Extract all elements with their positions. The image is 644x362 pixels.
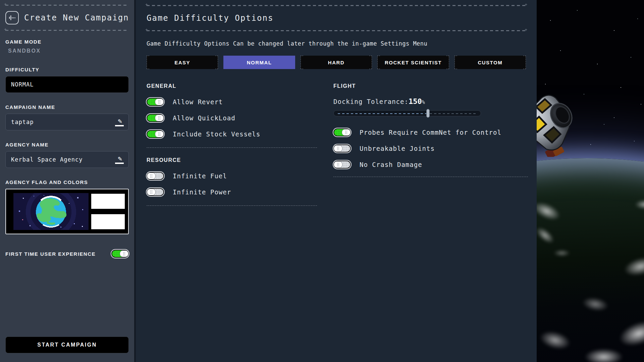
toggle-label: Infinite Power <box>173 188 231 196</box>
toggle-knob <box>155 115 164 121</box>
game-mode-label: GAME MODE <box>5 39 129 45</box>
toggle-row-no-crash-damage: No Crash Damage <box>333 160 528 169</box>
toggle-row-infinite-fuel: Infinite Fuel <box>147 171 317 181</box>
unbreakable-joints-toggle[interactable] <box>333 144 351 153</box>
infinite-fuel-toggle[interactable] <box>147 172 164 180</box>
allow-revert-toggle[interactable] <box>147 98 164 106</box>
docking-tolerance-value: 150 <box>409 97 422 106</box>
toggle-label: Allow Revert <box>173 98 223 106</box>
ftue-label: FIRST TIME USER EXPERIENCE <box>5 251 96 257</box>
agency-flag-label: AGENCY FLAG AND COLORS <box>5 179 129 185</box>
create-campaign-sidebar: Create New Campaign GAME MODE SANDBOX DI… <box>0 0 134 362</box>
dashed-divider <box>5 30 129 31</box>
sidebar-title-row: Create New Campaign <box>5 6 129 30</box>
difficulty-tab-rocket-scientist[interactable]: ROCKET SCIENTIST <box>377 56 449 69</box>
difficulty-subtitle: Game Difficulty Options Can be changed l… <box>147 40 526 47</box>
game-mode-value: SANDBOX <box>8 48 129 54</box>
toggle-row-allow-revert: Allow Revert <box>147 97 317 107</box>
secondary-color-swatch[interactable] <box>91 214 125 229</box>
toggle-label: No Crash Damage <box>360 161 422 168</box>
waveform-icon <box>5 11 19 24</box>
toggle-row-include-stock-vessels: Include Stock Vessels <box>147 129 317 139</box>
toggle-row-infinite-power: Infinite Power <box>147 187 317 197</box>
edit-icon[interactable]: ✎ <box>115 156 124 164</box>
no-crash-damage-toggle[interactable] <box>333 161 351 169</box>
panel-title: Game Difficulty Options <box>147 13 273 23</box>
toggle-label: Unbreakable Joints <box>360 145 435 152</box>
general-resource-column: GENERAL Allow Revert Allow QuickLoad Inc… <box>147 83 317 215</box>
flight-heading: FLIGHT <box>333 83 528 89</box>
toggle-label: Infinite Fuel <box>173 172 227 180</box>
toggle-knob <box>147 189 156 195</box>
edit-icon[interactable]: ✎ <box>115 118 124 126</box>
toggle-knob <box>155 131 164 137</box>
dashed-divider <box>147 205 317 206</box>
difficulty-label: DIFFICULTY <box>5 67 129 72</box>
spacecraft-image <box>537 90 580 157</box>
agency-name-label: AGENCY NAME <box>5 142 129 147</box>
slider-empty-track <box>430 113 477 114</box>
campaign-name-value: taptap <box>11 119 115 125</box>
docking-tolerance-unit: % <box>422 99 425 105</box>
probes-commnet-toggle[interactable] <box>333 128 351 136</box>
ftue-toggle[interactable] <box>111 250 129 258</box>
toggle-label: Probes Require CommNet for Control <box>360 129 501 136</box>
toggle-label: Allow QuickLoad <box>173 114 235 122</box>
slider-filled-track <box>338 113 426 114</box>
resource-heading: RESOURCE <box>147 157 317 163</box>
campaign-name-input[interactable]: taptap ✎ <box>5 114 129 130</box>
dashed-divider <box>333 177 528 177</box>
general-heading: GENERAL <box>147 83 317 89</box>
toggle-knob <box>147 173 156 179</box>
starfield <box>537 0 537 1</box>
difficulty-value: NORMAL <box>11 81 34 88</box>
toggle-knob <box>155 99 164 105</box>
docking-tolerance-label: Docking Tolerance: <box>333 98 409 105</box>
toggle-knob <box>342 129 351 136</box>
difficulty-options-panel: Game Difficulty Options Game Difficulty … <box>134 0 537 362</box>
allow-quickload-toggle[interactable] <box>147 114 164 122</box>
toggle-row-probes-commnet: Probes Require CommNet for Control <box>333 128 528 137</box>
difficulty-tab-easy[interactable]: EASY <box>147 56 218 69</box>
docking-tolerance-row: Docking Tolerance: 150 % <box>333 97 528 106</box>
include-stock-vessels-toggle[interactable] <box>147 130 164 138</box>
campaign-name-label: CAMPAIGN NAME <box>5 104 129 110</box>
agency-name-input[interactable]: Kerbal Space Agency ✎ <box>5 151 129 168</box>
difficulty-tabs: EASY NORMAL HARD ROCKET SCIENTIST CUSTOM <box>147 56 526 69</box>
space-background <box>537 0 644 362</box>
agency-flag-image[interactable] <box>13 193 89 230</box>
ftue-row: FIRST TIME USER EXPERIENCE <box>5 250 129 258</box>
difficulty-value-box[interactable]: NORMAL <box>5 76 129 93</box>
primary-color-swatch[interactable] <box>91 194 125 209</box>
sidebar-title: Create New Campaign <box>24 13 129 22</box>
agency-name-value: Kerbal Space Agency <box>11 156 115 163</box>
dashed-divider <box>147 147 317 148</box>
toggle-row-allow-quickload: Allow QuickLoad <box>147 113 317 123</box>
difficulty-tab-custom[interactable]: CUSTOM <box>454 56 526 69</box>
infinite-power-toggle[interactable] <box>147 188 164 196</box>
start-campaign-button[interactable]: START CAMPAIGN <box>5 337 129 353</box>
agency-flag-box[interactable] <box>5 189 129 234</box>
difficulty-tab-normal[interactable]: NORMAL <box>223 56 295 69</box>
toggle-row-unbreakable-joints: Unbreakable Joints <box>333 144 528 153</box>
flag-color-swatches <box>91 194 125 229</box>
toggle-knob <box>334 161 342 168</box>
cloud <box>550 248 574 258</box>
toggle-knob <box>334 145 342 152</box>
dashed-divider <box>147 30 526 31</box>
slider-knob[interactable] <box>426 109 430 118</box>
difficulty-tab-hard[interactable]: HARD <box>301 56 372 69</box>
toggle-knob <box>120 250 128 257</box>
docking-tolerance-slider[interactable] <box>333 110 481 116</box>
dashed-divider <box>5 5 129 6</box>
toggle-label: Include Stock Vessels <box>173 130 260 138</box>
flight-column: FLIGHT Docking Tolerance: 150 % Probes R… <box>333 83 528 215</box>
dashed-divider <box>147 5 526 6</box>
